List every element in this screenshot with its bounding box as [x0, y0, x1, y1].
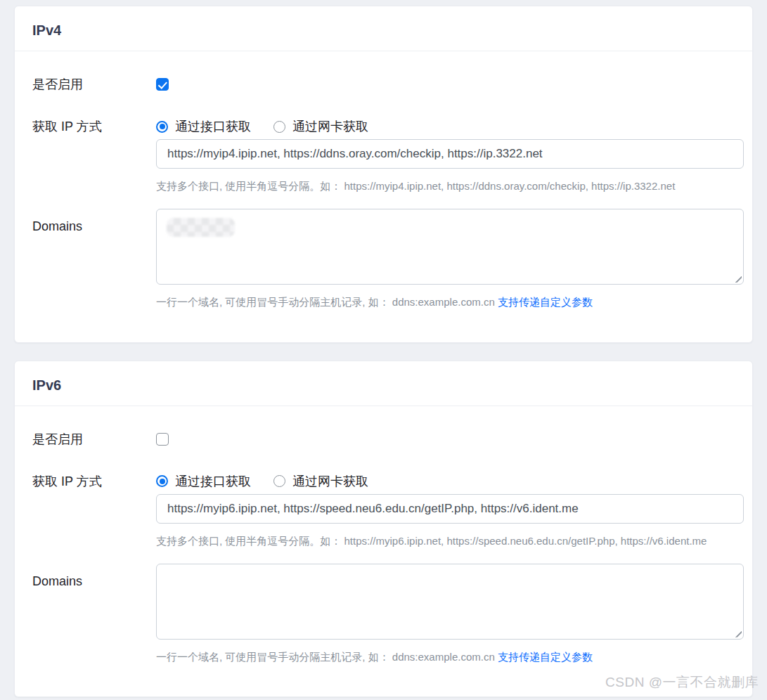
ipv4-domains-field: 一行一个域名, 可使用冒号手动分隔主机记录, 如： ddns:example.c…	[156, 209, 744, 310]
ipv6-api-url-hint: 支持多个接口, 使用半角逗号分隔。如： https://myip6.ipip.n…	[156, 533, 744, 549]
ipv4-domains-textarea-wrap	[156, 209, 744, 285]
ipv6-radio-group: 通过接口获取 通过网卡获取	[156, 474, 744, 489]
ipv4-radio-group: 通过接口获取 通过网卡获取	[156, 119, 744, 134]
csdn-watermark: CSDN @一言不合就删库	[605, 673, 759, 692]
ipv6-custom-params-link[interactable]: 支持传递自定义参数	[498, 651, 593, 663]
radio-dot-icon	[273, 475, 285, 487]
ipv6-domains-row: Domains 一行一个域名, 可使用冒号手动分隔主机记录, 如： ddns:e…	[32, 564, 744, 665]
ipv6-domains-textarea[interactable]	[157, 564, 743, 639]
ipv4-ip-method-row: 获取 IP 方式 通过接口获取 通过网卡获取 支持多个接口, 使用半角逗号分	[32, 119, 744, 194]
ipv6-enable-row: 是否启用	[32, 432, 744, 447]
redacted-domain-blur	[167, 218, 235, 237]
ipv4-api-url-hint: 支持多个接口, 使用半角逗号分隔。如： https://myip4.ipip.n…	[156, 178, 744, 194]
radio-dot-icon	[273, 121, 285, 133]
ipv6-domains-textarea-wrap	[156, 564, 744, 640]
radio-dot-icon	[156, 121, 168, 133]
ipv4-domains-textarea[interactable]	[157, 209, 743, 284]
ipv6-domains-label: Domains	[32, 564, 156, 589]
ipv6-section-card: IPv6 是否启用 获取 IP 方式 通过接口获取	[14, 361, 753, 698]
ipv4-radio-via-api-label: 通过接口获取	[175, 118, 251, 135]
ipv4-custom-params-link[interactable]: 支持传递自定义参数	[498, 296, 593, 308]
ipv6-domains-hint: 一行一个域名, 可使用冒号手动分隔主机记录, 如： ddns:example.c…	[156, 649, 744, 665]
ipv4-enable-field	[156, 78, 744, 91]
ipv6-enable-field	[156, 433, 744, 446]
ipv4-radio-via-netcard[interactable]: 通过网卡获取	[273, 118, 368, 135]
page: IPv4 是否启用 获取 IP 方式 通过接口获取	[0, 0, 767, 697]
ipv6-radio-via-api-label: 通过接口获取	[175, 473, 251, 490]
ipv4-api-url-input[interactable]	[156, 139, 744, 169]
ipv4-radio-via-api[interactable]: 通过接口获取	[156, 118, 251, 135]
ipv6-radio-via-netcard[interactable]: 通过网卡获取	[273, 473, 368, 490]
ipv4-radio-via-netcard-label: 通过网卡获取	[292, 118, 368, 135]
ipv6-radio-via-api[interactable]: 通过接口获取	[156, 473, 251, 490]
ipv4-section-card: IPv4 是否启用 获取 IP 方式 通过接口获取	[14, 6, 753, 343]
ipv6-api-url-input[interactable]	[156, 494, 744, 524]
ipv6-domains-field: 一行一个域名, 可使用冒号手动分隔主机记录, 如： ddns:example.c…	[156, 564, 744, 665]
ipv4-domains-hint: 一行一个域名, 可使用冒号手动分隔主机记录, 如： ddns:example.c…	[156, 294, 744, 310]
ipv6-ip-method-row: 获取 IP 方式 通过接口获取 通过网卡获取 支持多个接口, 使用半角逗号分	[32, 474, 744, 549]
ipv6-enable-checkbox[interactable]	[156, 433, 169, 446]
ipv4-domains-row: Domains 一行一个域名, 可使用冒号手动分隔主机记录, 如： ddns:e…	[32, 209, 744, 310]
ipv6-card-header: IPv6	[15, 361, 752, 406]
ipv4-ip-method-label: 获取 IP 方式	[32, 119, 156, 134]
ipv4-enable-checkbox[interactable]	[156, 78, 169, 91]
ipv6-domains-hint-text: 一行一个域名, 可使用冒号手动分隔主机记录, 如： ddns:example.c…	[156, 651, 498, 663]
ipv4-domains-hint-text: 一行一个域名, 可使用冒号手动分隔主机记录, 如： ddns:example.c…	[156, 296, 498, 308]
ipv6-radio-via-netcard-label: 通过网卡获取	[292, 473, 368, 490]
ipv6-title: IPv6	[32, 377, 735, 394]
ipv4-domains-label: Domains	[32, 209, 156, 234]
ipv4-ip-method-field: 通过接口获取 通过网卡获取 支持多个接口, 使用半角逗号分隔。如： https:…	[156, 119, 744, 194]
ipv6-ip-method-field: 通过接口获取 通过网卡获取 支持多个接口, 使用半角逗号分隔。如： https:…	[156, 474, 744, 549]
ipv6-card-body: 是否启用 获取 IP 方式 通过接口获取 通过网卡获取	[15, 406, 752, 697]
ipv4-title: IPv4	[32, 22, 735, 39]
ipv4-enable-label: 是否启用	[32, 77, 156, 92]
radio-dot-icon	[156, 475, 168, 487]
ipv6-enable-label: 是否启用	[32, 432, 156, 447]
ipv4-card-header: IPv4	[15, 6, 752, 51]
ipv6-ip-method-label: 获取 IP 方式	[32, 474, 156, 489]
ipv4-enable-row: 是否启用	[32, 77, 744, 92]
ipv4-card-body: 是否启用 获取 IP 方式 通过接口获取 通过网卡获取	[15, 51, 752, 342]
